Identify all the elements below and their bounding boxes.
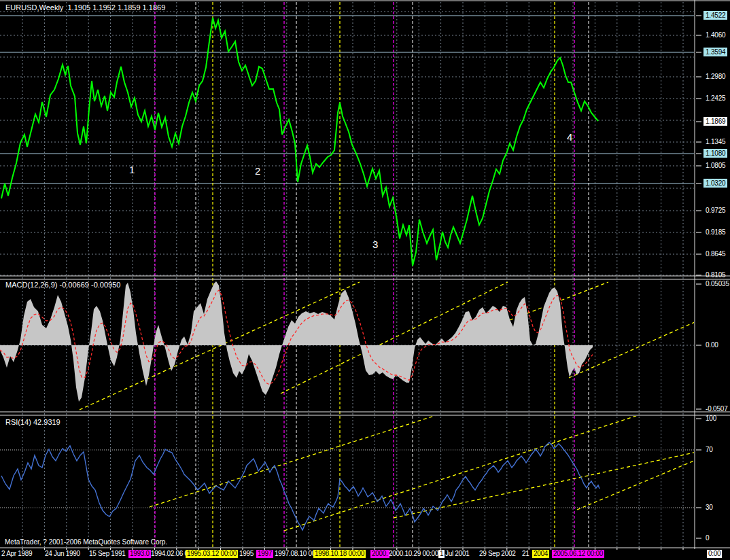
time-axis-label: 29 Sep 2002 [479,550,515,558]
price-axis-label: 1.0320 [703,179,727,188]
price-axis-label: 0.9185 [706,228,725,237]
price-axis-label: 0.8645 [706,249,725,258]
price-axis-label: 1.1080 [703,149,727,158]
time-axis-label: 1 [438,550,445,558]
current-price-label: 1.1869 [703,117,727,126]
wave-annotation: 2 [255,165,260,177]
price-axis-label: 0.05035 [706,279,729,288]
price-axis-label: 0.9725 [706,206,725,215]
price-axis-label: 1.4060 [706,31,725,39]
price-axis-label: 1.4522 [703,11,727,20]
time-axis-label: 1998.10.18 00:00 [313,550,366,558]
price-axis-label: -0.0507 [706,404,728,413]
price-axis-label: 100 [706,414,716,423]
time-axis-label: 2000. [370,550,389,558]
time-axis-label: Jul 2001 [445,550,469,558]
wave-annotation: 4 [567,131,572,143]
rsi-series [1,442,599,530]
wave-annotation: 1 [129,164,135,175]
trend-line-object[interactable] [150,415,438,507]
ohlc-text: 1.1905 1.1952 1.1859 1.1869 [68,3,166,12]
mt4-chart-window: EURUSD,Weekly 1.1905 1.1952 1.1859 1.186… [0,0,730,560]
rsi-name: RSI(14) [5,418,31,426]
chart-canvas[interactable] [0,0,730,560]
rsi-value: 42.9319 [33,418,60,426]
time-axis-label: 2005.06.12 00:00 [552,550,604,558]
grid-lines [0,2,694,548]
time-axis-label: 2 Apr 1989 [1,550,32,558]
rsi-polyline [1,442,599,530]
time-axis-label: 24 Jun 1990 [45,550,80,558]
price-axis-label: 0.8105 [706,270,725,279]
wave-annotation: 3 [372,239,378,250]
chart-symbol-period: EURUSD,Weekly [5,3,63,12]
macd-indicator-label: MACD(12,26,9) -0.00669 -0.00950 [5,281,120,289]
price-axis-label: 1.1345 [706,137,725,146]
price-axis-label: 0.00 [706,340,718,349]
time-axis-label: 2004 [532,550,549,558]
price-axis-label: 70 [706,445,713,454]
price-axis-label: 30 [706,503,713,512]
chart-title: EURUSD,Weekly 1.1905 1.1952 1.1859 1.186… [5,3,165,12]
macd-name: MACD(12,26,9) [5,281,57,289]
price-axis-label: 1.2425 [706,94,725,103]
time-axis-label: 1993.0 [128,550,151,558]
time-axis-label: 1995.03.12 00:00 [186,550,238,558]
time-axis-label: 2000.10.29 00:00 [389,550,438,558]
price-axis-label: 0 [706,533,709,542]
trend-line-object[interactable] [284,415,640,531]
time-axis-label: 1995 [239,550,254,558]
time-axis-label: 21 [522,550,529,558]
rsi-trend-lines[interactable] [150,415,694,531]
time-axis-label: 0:00 [707,550,722,558]
time-axis-label: 15 Sep 1991 [89,550,125,558]
rsi-indicator-label: RSI(14) 42.9319 [5,418,60,426]
time-axis-label: 1997 [256,550,273,558]
price-axis-label: 1.2980 [706,72,725,81]
price-axis-label: 1.0805 [706,161,725,170]
macd-values: -0.00669 -0.00950 [59,281,120,289]
price-axis-label: 1.3594 [703,48,727,56]
trend-line-object[interactable] [577,461,694,510]
copyright-text: MetaTrader, ? 2001-2006 MetaQuotes Softw… [5,538,167,546]
